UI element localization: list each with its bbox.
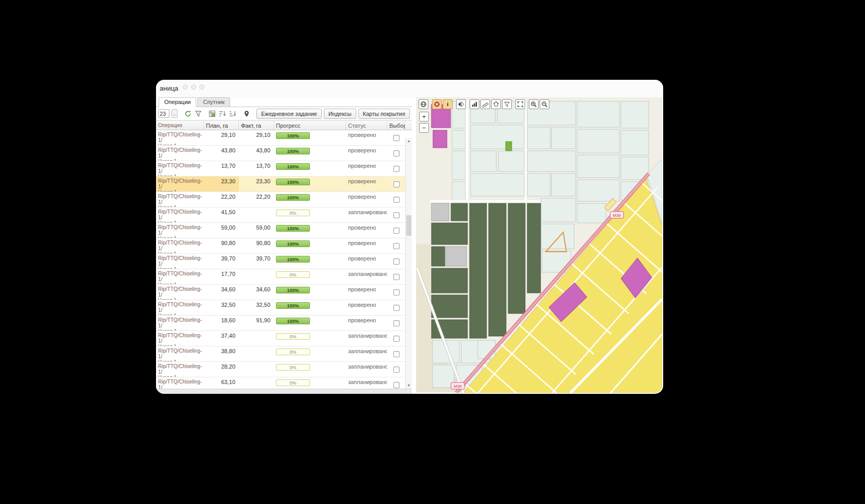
svg-text:M39: M39 — [454, 384, 462, 389]
select-cell — [387, 161, 405, 176]
row-checkbox[interactable] — [393, 382, 400, 388]
vertical-scrollbar[interactable]: ▲ ▼ — [405, 138, 412, 389]
compare-icon[interactable] — [456, 99, 466, 109]
operation-cell: Rip/TTQ/Chiseling-1/Чизел 1 — [156, 346, 204, 361]
progress-bar: 0% — [276, 379, 310, 386]
status-cell: проверено — [346, 161, 387, 176]
coverage-maps-button[interactable]: Карты покрытия — [358, 109, 410, 119]
refresh-icon[interactable] — [184, 109, 192, 119]
table-row[interactable]: Rip/TTQ/Chiseling-1/Чизел 117,700%заплан… — [156, 269, 405, 285]
row-checkbox[interactable] — [393, 258, 400, 265]
progress-cell: 0% — [274, 362, 346, 377]
table-row[interactable]: Rip/TTQ/Chiseling-1/Чизел 122,2022,20100… — [156, 192, 405, 207]
table-row[interactable]: Rip/TTQ/Chiseling-1/Чизел 134,6034,60100… — [156, 285, 405, 300]
select-cell — [387, 377, 405, 389]
zoom-out-icon[interactable] — [540, 99, 549, 109]
row-checkbox[interactable] — [393, 320, 400, 326]
window-control-dot[interactable] — [183, 84, 188, 90]
column-header-plan[interactable]: План, га — [204, 121, 239, 130]
scroll-down-icon[interactable]: ▼ — [406, 383, 412, 389]
export-table-icon[interactable] — [208, 109, 216, 119]
counter-input[interactable] — [158, 109, 169, 118]
table-row[interactable]: Rip/TTQ/Chiseling-1/Чизел 128,200%заплан… — [156, 362, 405, 377]
fact-cell: 29,10 — [239, 130, 274, 145]
progress-bar: 100% — [276, 287, 310, 293]
indexes-button[interactable]: Индексы — [324, 109, 356, 119]
row-checkbox[interactable] — [393, 351, 400, 357]
column-header-progress[interactable]: Прогресс — [274, 121, 346, 130]
measure-icon[interactable] — [480, 99, 490, 109]
row-checkbox[interactable] — [393, 243, 400, 249]
table-row[interactable]: Rip/TTQ/Chiseling-1/Чизел 123,3023,30100… — [156, 177, 405, 192]
table-row[interactable]: Rip/TTQ/Chiseling-1/Чизел 163,100%заплан… — [156, 377, 405, 389]
row-checkbox[interactable] — [393, 181, 400, 187]
column-header-select[interactable]: Выбор — [387, 121, 405, 130]
globe-icon[interactable] — [419, 99, 428, 109]
fact-cell — [239, 346, 274, 361]
row-checkbox[interactable] — [393, 336, 400, 342]
map-canvas[interactable]: M39 M39 — [416, 97, 662, 393]
map-panel[interactable]: M39 M39 i + − — [416, 97, 662, 393]
progress-bar: 100% — [276, 225, 310, 232]
chart-icon[interactable] — [470, 99, 479, 109]
draw-polygon-icon[interactable] — [491, 99, 501, 109]
row-checkbox[interactable] — [393, 212, 400, 218]
horizontal-scrollbar[interactable] — [156, 389, 412, 394]
table-row[interactable]: Rip/TTQ/Chiseling-1/Чизел 139,7039,70100… — [156, 254, 405, 269]
fullscreen-icon[interactable] — [515, 99, 525, 109]
sort-desc-icon[interactable] — [229, 109, 237, 119]
table-row[interactable]: Rip/TTQ/Chiseling-1/Чизел 118,6091,90100… — [156, 316, 405, 331]
status-cell: запланировано — [346, 346, 387, 361]
progress-cell: 100% — [274, 177, 346, 192]
progress-bar: 100% — [276, 132, 310, 139]
fact-cell: 43,80 — [239, 146, 274, 161]
operation-cell: Rip/TTQ/Chiseling-1/Чизел 1 — [156, 254, 204, 269]
row-checkbox[interactable] — [393, 197, 400, 203]
filter-icon[interactable] — [194, 109, 202, 119]
row-checkbox[interactable] — [393, 289, 400, 296]
table-row[interactable]: Rip/TTQ/Chiseling-1/Чизел 113,7013,70100… — [156, 161, 405, 177]
info-icon[interactable]: i — [443, 99, 453, 109]
zoom-in-icon[interactable] — [529, 99, 539, 109]
window-control-dot[interactable] — [191, 84, 196, 90]
zoom-out-button[interactable]: − — [419, 123, 429, 133]
more-button[interactable]: ... — [171, 109, 178, 118]
column-header-fact[interactable]: Факт, га — [239, 121, 274, 130]
scrollbar-thumb[interactable] — [406, 215, 411, 236]
table-row[interactable]: Rip/TTQ/Chiseling-1/Чизел 138,800%заплан… — [156, 346, 405, 362]
table-row[interactable]: Rip/TTQ/Chiseling-1/Чизел 141,500%заплан… — [156, 207, 405, 223]
location-pin-icon[interactable] — [243, 109, 251, 119]
tab-satellite[interactable]: Спутник — [197, 97, 230, 107]
zoom-in-button[interactable]: + — [419, 112, 429, 121]
table-row[interactable]: Rip/TTQ/Chiseling-1/Чизел 143,8043,80100… — [156, 146, 405, 161]
panel-splitter[interactable] — [412, 97, 416, 394]
operations-panel: Операции Спутник ... — [156, 97, 412, 394]
table-row[interactable]: Rip/TTQ/Chiseling-1/Чизел 190,8090,80100… — [156, 238, 405, 254]
column-header-status[interactable]: Статус — [346, 121, 387, 130]
column-header-operation[interactable]: Операция — [156, 121, 204, 130]
row-checkbox[interactable] — [393, 274, 400, 280]
progress-cell: 0% — [274, 207, 346, 222]
svg-text:M39: M39 — [613, 213, 621, 218]
daily-task-button[interactable]: Ежедневное задание — [256, 109, 321, 119]
table-row[interactable]: Rip/TTQ/Chiseling-1/Чизел 159,0059,00100… — [156, 223, 405, 238]
scroll-up-icon[interactable]: ▲ — [406, 138, 412, 144]
table-row[interactable]: Rip/TTQ/Chiseling-1/Чизел 132,5032,50100… — [156, 300, 405, 316]
clear-selection-icon[interactable] — [432, 99, 442, 109]
row-checkbox[interactable] — [393, 166, 400, 172]
progress-bar: 100% — [276, 318, 310, 324]
window-control-dot[interactable] — [199, 84, 204, 90]
select-cell — [387, 300, 405, 315]
tab-operations[interactable]: Операции — [159, 97, 196, 107]
row-checkbox[interactable] — [393, 135, 400, 141]
select-cell — [387, 146, 405, 161]
table-row[interactable]: Rip/TTQ/Chiseling-1/Чизел 137,400%заплан… — [156, 331, 405, 346]
select-cell — [387, 316, 405, 331]
table-row[interactable]: Rip/TTQ/Chiseling-1/Чизел 129,1029,10100… — [156, 130, 405, 146]
row-checkbox[interactable] — [393, 150, 400, 157]
sort-asc-icon[interactable] — [218, 109, 227, 119]
row-checkbox[interactable] — [393, 305, 400, 311]
row-checkbox[interactable] — [393, 367, 400, 373]
row-checkbox[interactable] — [393, 228, 400, 234]
filter-icon[interactable] — [502, 99, 512, 109]
